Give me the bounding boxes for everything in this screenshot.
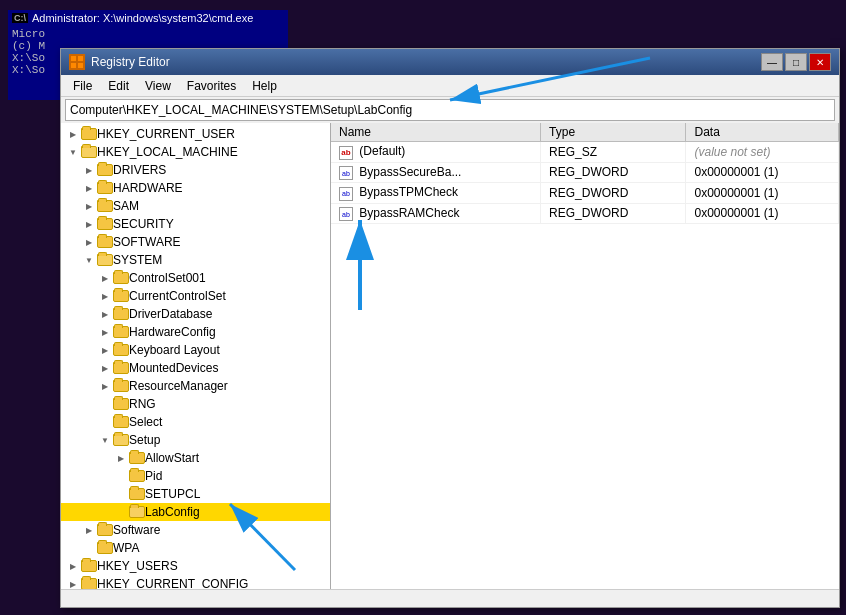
cmd-icon: C:\ [12, 13, 28, 23]
tree-item-software-hklm[interactable]: ▶ SOFTWARE [61, 233, 330, 251]
table-row[interactable]: ab BypassRAMCheck REG_DWORD 0x00000001 (… [331, 203, 839, 224]
label-labconfig: LabConfig [145, 505, 200, 519]
folder-icon-system [97, 254, 113, 266]
tree-item-hardware[interactable]: ▶ HARDWARE [61, 179, 330, 197]
tree-item-currentcontrolset[interactable]: ▶ CurrentControlSet [61, 287, 330, 305]
row-data-2: 0x00000001 (1) [686, 183, 839, 204]
tree-item-setupcl[interactable]: SETUPCL [61, 485, 330, 503]
table-row[interactable]: ab BypassSecureBa... REG_DWORD 0x0000000… [331, 162, 839, 183]
label-setupcl: SETUPCL [145, 487, 200, 501]
label-currentcontrolset: CurrentControlSet [129, 289, 226, 303]
label-security: SECURITY [113, 217, 174, 231]
tree-item-keyboardlayout[interactable]: ▶ Keyboard Layout [61, 341, 330, 359]
expand-hardwareconfig: ▶ [97, 324, 113, 340]
row-data-3: 0x00000001 (1) [686, 203, 839, 224]
expand-driverdatabase: ▶ [97, 306, 113, 322]
folder-icon-hardwareconfig [113, 326, 129, 338]
label-resourcemanager: ResourceManager [129, 379, 228, 393]
tree-item-security[interactable]: ▶ SECURITY [61, 215, 330, 233]
folder-icon-controlset001 [113, 272, 129, 284]
menu-edit[interactable]: Edit [100, 77, 137, 95]
svg-rect-3 [78, 63, 83, 68]
minimize-button[interactable]: — [761, 53, 783, 71]
tree-item-mounteddevices[interactable]: ▶ MountedDevices [61, 359, 330, 377]
label-keyboardlayout: Keyboard Layout [129, 343, 220, 357]
reg-titlebar: Registry Editor — □ ✕ [61, 49, 839, 75]
folder-icon-hkcc [81, 578, 97, 589]
address-bar[interactable]: Computer\HKEY_LOCAL_MACHINE\SYSTEM\Setup… [65, 99, 835, 121]
tree-item-system[interactable]: ▼ SYSTEM [61, 251, 330, 269]
folder-icon-select [113, 416, 129, 428]
expand-currentcontrolset: ▶ [97, 288, 113, 304]
right-panel: Name Type Data ab (Default) REG_SZ (valu… [331, 123, 839, 589]
menu-favorites[interactable]: Favorites [179, 77, 244, 95]
tree-panel[interactable]: ▶ HKEY_CURRENT_USER ▼ HKEY_LOCAL_MACHINE… [61, 123, 331, 589]
expand-hkcu: ▶ [65, 126, 81, 142]
label-hkcu: HKEY_CURRENT_USER [97, 127, 235, 141]
tree-item-hardwareconfig[interactable]: ▶ HardwareConfig [61, 323, 330, 341]
folder-icon-software-hklm [97, 236, 113, 248]
label-hklm: HKEY_LOCAL_MACHINE [97, 145, 238, 159]
tree-item-hkcu[interactable]: ▶ HKEY_CURRENT_USER [61, 125, 330, 143]
folder-icon-setup [113, 434, 129, 446]
table-row[interactable]: ab BypassTPMCheck REG_DWORD 0x00000001 (… [331, 183, 839, 204]
folder-icon-hkcu [81, 128, 97, 140]
val-name-2: BypassTPMCheck [359, 185, 458, 199]
folder-icon-rng [113, 398, 129, 410]
expand-allowstart: ▶ [113, 450, 129, 466]
svg-rect-0 [71, 56, 76, 61]
menu-file[interactable]: File [65, 77, 100, 95]
row-data-1: 0x00000001 (1) [686, 162, 839, 183]
expand-security: ▶ [81, 216, 97, 232]
menu-view[interactable]: View [137, 77, 179, 95]
tree-item-sam[interactable]: ▶ SAM [61, 197, 330, 215]
expand-rng [97, 396, 113, 412]
folder-icon-security [97, 218, 113, 230]
main-area: ▶ HKEY_CURRENT_USER ▼ HKEY_LOCAL_MACHINE… [61, 123, 839, 589]
label-sam: SAM [113, 199, 139, 213]
row-type-2: REG_DWORD [541, 183, 686, 204]
tree-item-hkcc[interactable]: ▶ HKEY_CURRENT_CONFIG [61, 575, 330, 589]
tree-item-hklm[interactable]: ▼ HKEY_LOCAL_MACHINE [61, 143, 330, 161]
expand-labconfig [113, 504, 129, 520]
expand-keyboardlayout: ▶ [97, 342, 113, 358]
tree-item-rng[interactable]: RNG [61, 395, 330, 413]
svg-rect-1 [78, 56, 83, 61]
expand-drivers: ▶ [81, 162, 97, 178]
label-wpa: WPA [113, 541, 139, 555]
maximize-button[interactable]: □ [785, 53, 807, 71]
tree-item-select[interactable]: Select [61, 413, 330, 431]
tree-item-driverdatabase[interactable]: ▶ DriverDatabase [61, 305, 330, 323]
menu-help[interactable]: Help [244, 77, 285, 95]
address-text: Computer\HKEY_LOCAL_MACHINE\SYSTEM\Setup… [70, 103, 412, 117]
tree-item-labconfig[interactable]: LabConfig [61, 503, 330, 521]
tree-item-setup[interactable]: ▼ Setup [61, 431, 330, 449]
folder-icon-hklm [81, 146, 97, 158]
row-name-3: ab BypassRAMCheck [331, 203, 541, 224]
expand-system: ▼ [81, 252, 97, 268]
tree-item-pid[interactable]: Pid [61, 467, 330, 485]
col-type: Type [541, 123, 686, 142]
folder-icon-hku [81, 560, 97, 572]
icon-dword-3: ab [339, 207, 353, 221]
tree-item-wpa[interactable]: WPA [61, 539, 330, 557]
expand-setupcl [113, 486, 129, 502]
table-row[interactable]: ab (Default) REG_SZ (value not set) [331, 142, 839, 163]
tree-item-resourcemanager[interactable]: ▶ ResourceManager [61, 377, 330, 395]
tree-item-drivers[interactable]: ▶ DRIVERS [61, 161, 330, 179]
folder-icon-currentcontrolset [113, 290, 129, 302]
row-type-3: REG_DWORD [541, 203, 686, 224]
label-software2: Software [113, 523, 160, 537]
expand-hku: ▶ [65, 558, 81, 574]
label-pid: Pid [145, 469, 162, 483]
tree-item-allowstart[interactable]: ▶ AllowStart [61, 449, 330, 467]
folder-icon-wpa [97, 542, 113, 554]
expand-resourcemanager: ▶ [97, 378, 113, 394]
close-button[interactable]: ✕ [809, 53, 831, 71]
tree-item-software2[interactable]: ▶ Software [61, 521, 330, 539]
tree-item-hku[interactable]: ▶ HKEY_USERS [61, 557, 330, 575]
expand-hklm: ▼ [65, 144, 81, 160]
tree-item-controlset001[interactable]: ▶ ControlSet001 [61, 269, 330, 287]
label-allowstart: AllowStart [145, 451, 199, 465]
folder-icon-keyboardlayout [113, 344, 129, 356]
